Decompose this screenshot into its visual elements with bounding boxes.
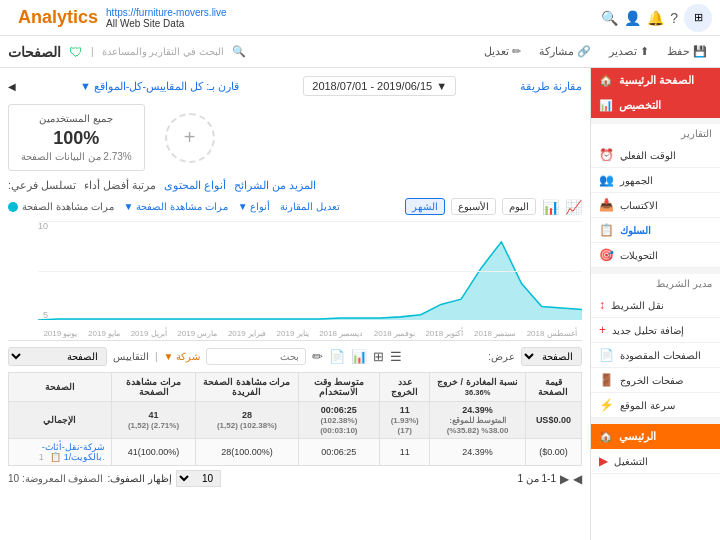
- save-button[interactable]: 💾 حفظ: [662, 43, 712, 60]
- top-bar-right: https://furniture-movers.live All Web Si…: [8, 7, 227, 29]
- sidebar-item-audience[interactable]: الجمهور 👥: [591, 168, 720, 193]
- table-controls: الصفحة العنوان عرض: ☰ ⊞ 📊 📄 ✏ شركة ▼ | ا…: [8, 347, 582, 366]
- sidebar-item-move[interactable]: نقل الشريط ↕: [591, 293, 720, 318]
- grid-icon-btn[interactable]: ⊞: [684, 4, 712, 32]
- bar-chart-icon[interactable]: 📊: [542, 199, 559, 215]
- day-btn[interactable]: اليوم: [502, 198, 536, 215]
- plus-icon: +: [184, 126, 196, 149]
- sidebar-item-exit[interactable]: صفحات الخروج 🚪: [591, 368, 720, 393]
- types-link[interactable]: أنواع ▼: [238, 201, 271, 212]
- rows-select[interactable]: 10 25 50 100: [176, 470, 221, 487]
- x-label-2: أكتوبر 2018: [425, 329, 463, 338]
- total-avg-time: 00:06:25 (102.38%) (00:03:10): [298, 402, 379, 439]
- speed-icon: ⚡: [599, 398, 614, 412]
- th-pageviews: مرات مشاهدة الصفحة: [111, 373, 196, 402]
- table-row: ($0.00) 24.39% 11 00:06:25 (100.00%)28 (…: [9, 439, 582, 466]
- table-search-input[interactable]: [206, 348, 306, 365]
- total-unique: 28 (102.38%) (1,52): [196, 402, 298, 439]
- sidebar-main-header[interactable]: الرئيسي 🏠: [591, 424, 720, 449]
- row-bounce: 24.39%: [430, 439, 525, 466]
- sidebar-item-landing[interactable]: الصفحات المقصودة 📄: [591, 343, 720, 368]
- acquisition-icon: 📥: [599, 198, 614, 212]
- bell-icon[interactable]: 🔔: [647, 10, 664, 26]
- sidebar-item-acquisition[interactable]: الاكتساب 📥: [591, 193, 720, 218]
- date-range-selector[interactable]: ▼ 2019/06/15 - 2018/07/01: [303, 76, 456, 96]
- compare-selector[interactable]: قارن بـ: كل المقاييس-كل-المواقع ▼: [80, 80, 240, 93]
- sidebar-item-behavior[interactable]: السلوك 📋: [591, 218, 720, 243]
- row-page-name[interactable]: شركة-نقل-أثاث-بالكويت/1 📋 1.: [9, 439, 112, 466]
- row-pageviews: (100.00%)41: [111, 439, 196, 466]
- table-icon-2[interactable]: ⊞: [373, 349, 384, 364]
- prev-page-btn[interactable]: ▶: [560, 472, 569, 486]
- move-icon: ↕: [599, 298, 605, 312]
- second-bar: 💾 حفظ ⬆ تصدير 🔗 مشاركة ✏ تعديل 🔍 البحث ف…: [0, 36, 720, 68]
- site-url: https://furniture-movers.live: [106, 7, 227, 18]
- table-header-row: قيمة الصفحة نسبة المغادرة / خروج36.36% ع…: [9, 373, 582, 402]
- site-data: All Web Site Data: [106, 18, 184, 29]
- reports-group-title: التقارير: [591, 124, 720, 143]
- sidebar-home-header[interactable]: الصفحة الرئيسية 🏠: [591, 68, 720, 93]
- sidebar-item-add-analysis[interactable]: إضافة تحليل جديد +: [591, 318, 720, 343]
- sidebar-item-realtime[interactable]: الوقت الفعلي ⏰: [591, 143, 720, 168]
- compare-link[interactable]: مقارنة طريقة: [520, 80, 582, 93]
- main-layout: الصفحة الرئيسية 🏠 التخصيص 📊 التقارير الو…: [0, 68, 720, 540]
- home-icon: 🏠: [599, 74, 613, 87]
- legend1-label: مرات مشاهدة الصفحة: [22, 201, 114, 212]
- th-page-value: قيمة الصفحة: [525, 373, 581, 402]
- chart-fill: [38, 242, 582, 320]
- table-controls-left: الصفحة العنوان عرض:: [488, 347, 582, 366]
- edit-comparison-link[interactable]: تعديل المقارنة: [280, 201, 340, 212]
- audience-label: الجمهور: [620, 175, 653, 186]
- more-segments-link[interactable]: المزيد من الشرائح: [234, 179, 316, 192]
- content-types-link[interactable]: أنواع المحتوى: [164, 179, 226, 192]
- month-btn[interactable]: الشهر: [405, 198, 445, 215]
- grid-icon: ⊞: [694, 11, 703, 24]
- table-icon-5[interactable]: ✏: [312, 349, 323, 364]
- add-icon: +: [599, 323, 606, 337]
- page-title: الصفحات: [8, 44, 61, 60]
- segment-link-btn[interactable]: شركة ▼: [164, 351, 201, 362]
- edit-button[interactable]: ✏ تعديل: [479, 43, 526, 60]
- table-controls-right: ☰ ⊞ 📊 📄 ✏ شركة ▼ | التقاييس الصفحة الصفح…: [8, 347, 402, 366]
- export-button[interactable]: ⬆ تصدير: [604, 43, 654, 60]
- sidebar-item-conversions[interactable]: التحويلات 🎯: [591, 243, 720, 268]
- share-button[interactable]: 🔗 مشاركة: [534, 43, 596, 60]
- pageviews-link[interactable]: مرات مشاهدة الصفحة ▼: [124, 201, 228, 212]
- copy-icon[interactable]: 📋: [50, 452, 61, 462]
- table-icon-3[interactable]: 📊: [351, 349, 367, 364]
- total-page-value: US$0.00: [525, 402, 581, 439]
- sidebar-customize-header[interactable]: التخصيص 📊: [591, 93, 720, 118]
- table-icon-4[interactable]: 📄: [329, 349, 345, 364]
- add-metric-button[interactable]: +: [165, 113, 215, 163]
- dimension-select[interactable]: الصفحة الصفحات الثانوية العنوان: [8, 347, 107, 366]
- next-page-btn[interactable]: ◀: [573, 472, 582, 486]
- manager-group-title: مدير الشريط: [591, 274, 720, 293]
- x-label-8: أبريل 2019: [131, 329, 167, 338]
- search-icon-top[interactable]: 🔍: [601, 10, 618, 26]
- line-chart-icon[interactable]: 📈: [565, 199, 582, 215]
- row-unique: (100.00%)28: [196, 439, 298, 466]
- chart-x-axis: أغسطس 2018 سبتمبر 2018 أكتوبر 2018 نوفمب…: [38, 329, 582, 338]
- metric-box-main: جميع المستخدمين 100% 2.73% من البيانات ا…: [8, 104, 145, 171]
- table-icon-1[interactable]: ☰: [390, 349, 402, 364]
- total-rows-label: الصفوف المعروضة: 10: [8, 473, 103, 484]
- user-icon[interactable]: 👤: [624, 10, 641, 26]
- metric-label: جميع المستخدمين: [21, 113, 132, 124]
- legend-dot-blue: [8, 202, 18, 212]
- conversions-label: التحويلات: [620, 250, 658, 261]
- row-page-value: ($0.00): [525, 439, 581, 466]
- realtime-label: الوقت الفعلي: [620, 150, 676, 161]
- shield-icon: 🛡: [69, 44, 83, 60]
- data-table: قيمة الصفحة نسبة المغادرة / خروج36.36% ع…: [8, 372, 582, 466]
- play-label: التشغيل: [614, 456, 648, 467]
- search-button[interactable]: 🔍: [232, 45, 246, 58]
- th-bounce: نسبة المغادرة / خروج36.36%: [430, 373, 525, 402]
- week-btn[interactable]: الأسبوع: [451, 198, 496, 215]
- sidebar-item-play[interactable]: التشغيل ▶: [591, 449, 720, 474]
- sidebar-item-speed[interactable]: سرعة الموقع ⚡: [591, 393, 720, 418]
- dimension-label: التقاييس: [113, 351, 149, 362]
- view-select[interactable]: الصفحة العنوان: [521, 347, 582, 366]
- metric-summary: + جميع المستخدمين 100% 2.73% من البيانات…: [8, 104, 582, 171]
- analytics-label: Analytics: [18, 7, 98, 28]
- question-icon[interactable]: ?: [670, 10, 678, 26]
